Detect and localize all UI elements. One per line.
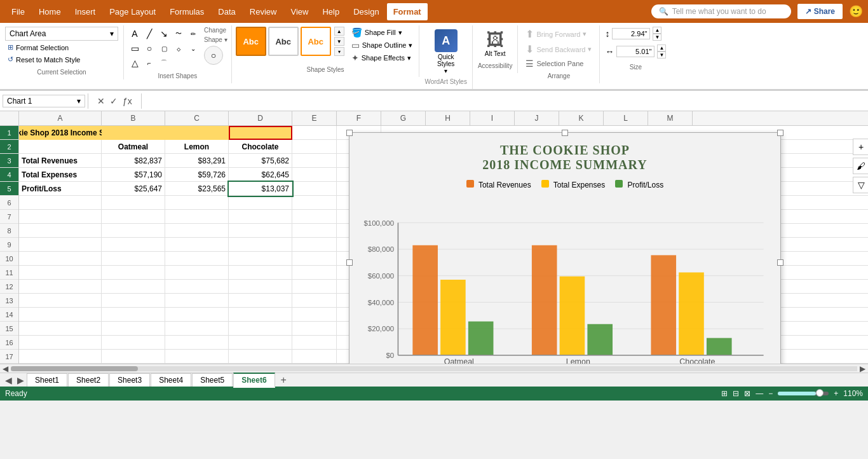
- cell-a4[interactable]: Total Expenses: [19, 168, 102, 182]
- chart-handle-tl[interactable]: [346, 130, 353, 136]
- name-box[interactable]: Chart 1 ▾: [3, 95, 85, 107]
- format-selection-button[interactable]: ⊞ Format Selection: [5, 42, 118, 53]
- row-header-10[interactable]: 10: [0, 252, 18, 266]
- send-backward-dropdown[interactable]: ▾: [588, 45, 592, 53]
- bring-forward-dropdown[interactable]: ▾: [583, 30, 587, 38]
- sheet-tab-1[interactable]: Sheet1: [27, 373, 67, 387]
- chart-filter-button[interactable]: ▽: [853, 177, 868, 193]
- cell-d2[interactable]: Chocolate: [229, 140, 292, 154]
- sheet-tab-3[interactable]: Sheet3: [109, 373, 150, 387]
- row-header-6[interactable]: 6: [0, 196, 18, 210]
- sheet-tab-4[interactable]: Sheet4: [151, 373, 191, 387]
- shape-styles-expand[interactable]: ▾: [334, 47, 344, 56]
- zoom-in-button[interactable]: +: [834, 389, 838, 398]
- chart-handle-ml[interactable]: [346, 259, 353, 266]
- shape-right-angle[interactable]: ⌐: [142, 56, 156, 70]
- row-header-15[interactable]: 15: [0, 322, 18, 336]
- shape-corner-rect[interactable]: ▢: [157, 41, 171, 55]
- view-page-icon[interactable]: ⊟: [733, 389, 739, 398]
- shape-effects-button[interactable]: ✦ Shape Effects ▾: [349, 52, 416, 64]
- search-box[interactable]: 🔍 Tell me what you want to do: [651, 4, 791, 18]
- cell-b5[interactable]: $25,647: [102, 182, 165, 196]
- add-element-button[interactable]: +: [853, 139, 868, 155]
- chart-handle-mr[interactable]: [777, 259, 783, 266]
- scrollbar-thumb[interactable]: [11, 366, 138, 371]
- shape-curve[interactable]: 〜: [172, 27, 186, 41]
- col-header-g[interactable]: G: [381, 111, 426, 125]
- cell-e4[interactable]: [292, 168, 337, 182]
- sheet-tab-2[interactable]: Sheet2: [68, 373, 109, 387]
- shape-triangle[interactable]: △: [128, 56, 142, 70]
- menu-view[interactable]: View: [284, 3, 315, 20]
- cell-a2[interactable]: [19, 140, 102, 154]
- zoom-out-button[interactable]: −: [768, 389, 773, 398]
- menu-help[interactable]: Help: [316, 3, 346, 20]
- shape-arrow[interactable]: ↘: [157, 27, 171, 41]
- row-header-1[interactable]: 1: [0, 126, 18, 140]
- scrollbar-track[interactable]: [11, 366, 857, 371]
- cell-a1[interactable]: The Cookie Shop 2018 Income Summary: [19, 126, 102, 140]
- row-header-17[interactable]: 17: [0, 350, 18, 364]
- shape-text-box[interactable]: A: [128, 27, 142, 41]
- cell-d3[interactable]: $75,682: [229, 154, 292, 168]
- scroll-sheets-left[interactable]: ◀: [3, 375, 15, 385]
- menu-file[interactable]: File: [5, 3, 31, 20]
- col-header-f[interactable]: F: [337, 111, 381, 125]
- row-header-4[interactable]: 4: [0, 168, 18, 182]
- col-header-k[interactable]: K: [559, 111, 604, 125]
- cancel-formula-icon[interactable]: ✕: [96, 95, 106, 107]
- col-header-h[interactable]: H: [426, 111, 470, 125]
- cell-d5[interactable]: $13,037: [229, 182, 292, 196]
- cell-a3[interactable]: Total Revenues: [19, 154, 102, 168]
- row-header-2[interactable]: 2: [0, 140, 18, 154]
- shape-diamond[interactable]: ⬦: [172, 41, 186, 55]
- cell-b3[interactable]: $82,837: [102, 154, 165, 168]
- width-input[interactable]: [616, 46, 654, 57]
- cell-b1[interactable]: [102, 126, 165, 140]
- row-header-5[interactable]: 5: [0, 182, 18, 196]
- view-normal-icon[interactable]: ⊞: [721, 389, 728, 398]
- zoom-thumb[interactable]: [816, 389, 824, 397]
- col-header-l[interactable]: L: [604, 111, 648, 125]
- row-header-16[interactable]: 16: [0, 336, 18, 350]
- alt-text-button[interactable]: 🖼 Alt Text: [481, 27, 510, 60]
- send-backward-button[interactable]: ⬇ Send Backward ▾: [523, 42, 594, 57]
- row-header-13[interactable]: 13: [0, 294, 18, 308]
- cell-c1[interactable]: [165, 126, 229, 140]
- chart-handle-tr[interactable]: [777, 130, 783, 136]
- menu-insert[interactable]: Insert: [69, 3, 102, 20]
- row-header-14[interactable]: 14: [0, 308, 18, 322]
- col-header-e[interactable]: E: [292, 111, 337, 125]
- cell-c3[interactable]: $83,291: [165, 154, 229, 168]
- shape-line[interactable]: ╱: [142, 27, 156, 41]
- cell-a5[interactable]: Profit/Loss: [19, 182, 102, 196]
- cell-b2[interactable]: Oatmeal: [102, 140, 165, 154]
- selection-pane-button[interactable]: ☰ Selection Pane: [523, 57, 594, 70]
- menu-review[interactable]: Review: [243, 3, 283, 20]
- col-header-j[interactable]: J: [515, 111, 559, 125]
- row-header-12[interactable]: 12: [0, 280, 18, 294]
- cell-c4[interactable]: $59,726: [165, 168, 229, 182]
- col-header-c[interactable]: C: [165, 111, 229, 125]
- shape-scroll-more[interactable]: ⌄: [186, 41, 200, 55]
- menu-design[interactable]: Design: [347, 3, 385, 20]
- shape-fill-dropdown[interactable]: ▾: [398, 29, 402, 37]
- cell-e5[interactable]: [292, 182, 337, 196]
- menu-formulas[interactable]: Formulas: [163, 3, 210, 20]
- shape-oval[interactable]: ○: [142, 41, 156, 55]
- formula-input[interactable]: [144, 95, 865, 107]
- bring-forward-button[interactable]: ⬆ Bring Forward ▾: [523, 27, 594, 41]
- cell-b4[interactable]: $57,190: [102, 168, 165, 182]
- view-break-icon[interactable]: ⊠: [744, 389, 750, 398]
- scroll-left[interactable]: ◀: [3, 364, 8, 373]
- height-increment[interactable]: ▲: [653, 27, 661, 34]
- add-sheet-button[interactable]: +: [276, 373, 292, 387]
- sheet-tab-5[interactable]: Sheet5: [192, 373, 233, 387]
- col-header-b[interactable]: B: [102, 111, 165, 125]
- chart-styles-button[interactable]: 🖌: [853, 158, 868, 174]
- row-header-7[interactable]: 7: [0, 210, 18, 224]
- shape-style-outlined[interactable]: Abc: [301, 27, 331, 56]
- cell-c2[interactable]: Lemon: [165, 140, 229, 154]
- chart-handle-tm[interactable]: [562, 130, 568, 136]
- confirm-formula-icon[interactable]: ✓: [109, 95, 119, 107]
